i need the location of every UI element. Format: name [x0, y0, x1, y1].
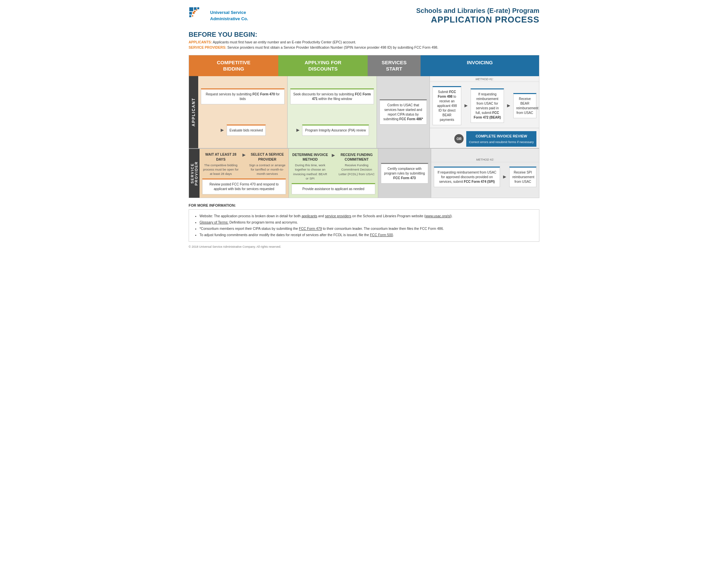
- form474-box: If requesting reimbursement from USAC fo…: [434, 166, 500, 187]
- evaluate-bids-text: Evaluate bids received: [230, 128, 263, 132]
- footer-item-1: Website: The application process is brok…: [200, 213, 534, 219]
- footer-item-2: Glossary of Terms: Definitions for progr…: [200, 219, 534, 225]
- process-grid: COMPETITIVEBIDDING APPLYING FORDISCOUNTS…: [189, 55, 539, 198]
- provider-review-text: Review posted FCC Forms 470 and respond …: [209, 182, 279, 191]
- provider-assist-box: Provide assistance to applicant as neede…: [292, 183, 375, 194]
- col-header-services: SERVICESSTART: [368, 55, 421, 76]
- applicants-text: Applicants must first have an entity num…: [213, 40, 356, 44]
- footer-info: FOR MORE INFORMATION: Website: The appli…: [189, 203, 539, 248]
- footer-title: FOR MORE INFORMATION:: [189, 203, 539, 207]
- provider-row: SERVICE PROVIDER WAIT AT LEAST 28 DAYS T…: [189, 149, 539, 198]
- provider-invoicing-cell: METHOD #2: If requesting reimbursement f…: [431, 149, 539, 198]
- svg-rect-7: [194, 11, 196, 12]
- svg-rect-2: [197, 7, 199, 9]
- wait28-banner: WAIT AT LEAST 28 DAYS The competitive bi…: [202, 152, 240, 176]
- before-section: BEFORE YOU BEGIN: APPLICANTS: Applicants…: [189, 31, 539, 50]
- before-title: BEFORE YOU BEGIN:: [189, 31, 539, 38]
- provider-cells: WAIT AT LEAST 28 DAYS The competitive bi…: [200, 149, 539, 198]
- applicant-invoicing-cell: METHOD #1: Submit FCC Form 498 to receiv…: [430, 76, 539, 148]
- form470-text: Request services by submitting FCC Form …: [206, 92, 280, 101]
- wait28-title: WAIT AT LEAST 28 DAYS: [202, 152, 240, 162]
- pia-text: Program Integrity Assurance (PIA) review: [305, 128, 366, 132]
- form498-box: Submit FCC Form 498 to receive an applic…: [432, 86, 461, 125]
- applicant-row: APPLICANT Request services by submitting…: [189, 76, 539, 149]
- bear-text: Receive BEAR reimbursement from USAC: [516, 97, 538, 115]
- form471-text: Seek discounts for services by submittin…: [293, 92, 371, 101]
- determine-sub: During this time, work together to choos…: [292, 163, 329, 180]
- form473-box: Certify compliance with program rules by…: [381, 163, 428, 183]
- arrow-1: ►: [220, 127, 225, 133]
- providers-label: SERVICE PROVIDERS:: [189, 45, 226, 49]
- footer-text-4: To adjust funding commitments and/or mod…: [200, 233, 394, 237]
- arrow-p1: ►: [242, 152, 247, 176]
- invoicing-method2-area: If requesting reimbursement from USAC fo…: [431, 164, 539, 190]
- form474-text: If requesting reimbursement from USAC fo…: [437, 170, 496, 183]
- arrow-4: ►: [506, 103, 511, 109]
- col-header-bidding: COMPETITIVEBIDDING: [189, 55, 278, 76]
- wait28-sub: The competitive bidding process must be …: [202, 163, 240, 176]
- col-header-invoicing: INVOICING: [421, 55, 539, 76]
- page-header: Universal Service Administrative Co. Sch…: [189, 7, 539, 25]
- select-title: SELECT A SERVICE PROVIDER: [249, 152, 286, 162]
- determine-title: DETERMINE INVOICE METHOD: [292, 152, 329, 162]
- usac-logo-icon: [189, 7, 207, 25]
- before-applicants: APPLICANTS: Applicants must first have a…: [189, 40, 539, 45]
- determine-invoice-banner: DETERMINE INVOICE METHOD During this tim…: [292, 152, 329, 181]
- invoicing-method1-area: Submit FCC Form 498 to receive an applic…: [430, 83, 539, 128]
- complete-review-box: COMPLETE INVOICE REVIEW Correct errors a…: [466, 131, 536, 147]
- form486-text: Confirm to USAC that services have start…: [383, 103, 423, 121]
- footer-text-2: Glossary of Terms: Definitions for progr…: [200, 220, 298, 224]
- svg-rect-0: [189, 7, 193, 11]
- select-sub: Sign a contract or arrange for tarriffed…: [249, 163, 286, 176]
- complete-review-sub: Correct errors and resubmit forms if nec…: [469, 140, 534, 144]
- footer-item-3: *Consortium members report their CIPA st…: [200, 225, 534, 232]
- provider-applying-cell: DETERMINE INVOICE METHOD During this tim…: [289, 149, 378, 198]
- svg-rect-3: [189, 12, 192, 15]
- form486-box: Confirm to USAC that services have start…: [380, 99, 427, 124]
- before-providers: SERVICE PROVIDERS: Service providers mus…: [189, 45, 539, 50]
- providers-text: Service providers must first obtain a Se…: [227, 45, 438, 49]
- provider-label: SERVICE PROVIDER: [189, 149, 200, 198]
- or-circle: OR: [454, 134, 464, 143]
- arrow-2: ►: [295, 127, 300, 133]
- provider-bidding-banners: WAIT AT LEAST 28 DAYS The competitive bi…: [202, 152, 286, 176]
- arrow-3: ►: [463, 103, 469, 109]
- provider-services-cell: Certify compliance with program rules by…: [378, 149, 431, 198]
- provider-assist-text: Provide assistance to applicant as neede…: [302, 187, 364, 191]
- form470-box: Request services by submitting FCC Form …: [201, 88, 285, 104]
- column-headers: COMPETITIVEBIDDING APPLYING FORDISCOUNTS…: [189, 55, 539, 76]
- form472-box: If requesting reimbursement from USAC fo…: [471, 88, 504, 123]
- complete-review-title: COMPLETE INVOICE REVIEW: [469, 134, 534, 139]
- arrow-p2: ►: [331, 152, 336, 181]
- spi-text: Receive SPI reimbursement from USAC: [512, 170, 534, 183]
- form473-text: Certify compliance with program rules by…: [384, 167, 425, 180]
- col-header-applying: APPLYING FORDISCOUNTS: [278, 55, 368, 76]
- logo-area: Universal Service Administrative Co.: [189, 7, 248, 25]
- evaluate-bids-box: Evaluate bids received: [227, 124, 266, 136]
- copyright: © 2018 Universal Service Administrative …: [189, 245, 539, 248]
- footer-item-4: To adjust funding commitments and/or mod…: [200, 232, 534, 238]
- footer-list: Website: The application process is brok…: [194, 213, 534, 238]
- svg-rect-6: [192, 15, 193, 17]
- funding-title: RECEIVE FUNDING COMMITMENT: [338, 152, 375, 162]
- provider-review-box: Review posted FCC Forms 470 and respond …: [202, 178, 286, 194]
- svg-rect-5: [189, 15, 191, 17]
- applicant-services-cell: Confirm to USAC that services have start…: [377, 76, 430, 148]
- or-complete-row: OR COMPLETE INVOICE REVIEW Correct error…: [430, 130, 539, 148]
- footer-text-1: Website: The application process is brok…: [200, 214, 453, 218]
- arrow-p3: ►: [502, 174, 507, 180]
- applicant-applying-cell: Seek discounts for services by submittin…: [288, 76, 377, 148]
- bear-reimbursement-box: Receive BEAR reimbursement from USAC: [513, 93, 536, 118]
- applicant-label: APPLICANT: [189, 76, 198, 148]
- funding-sub: Receive Funding Commitment Decision Lett…: [338, 163, 375, 176]
- applicants-label: APPLICANTS:: [189, 40, 212, 44]
- applicant-cells: Request services by submitting FCC Form …: [198, 76, 539, 148]
- form472-text: If requesting reimbursement from USAC fo…: [474, 92, 501, 119]
- applicant-bidding-cell: Request services by submitting FCC Form …: [198, 76, 288, 148]
- logo-text: Universal Service Administrative Co.: [210, 10, 248, 22]
- form498-text: Submit FCC Form 498 to receive an applic…: [437, 90, 457, 121]
- footer-text-3: *Consortium members report their CIPA st…: [200, 226, 444, 230]
- title-area: Schools and Libraries (E-rate) Program A…: [416, 7, 539, 25]
- provider-applying-banners: DETERMINE INVOICE METHOD During this tim…: [292, 152, 375, 181]
- form471-box: Seek discounts for services by submittin…: [290, 88, 374, 104]
